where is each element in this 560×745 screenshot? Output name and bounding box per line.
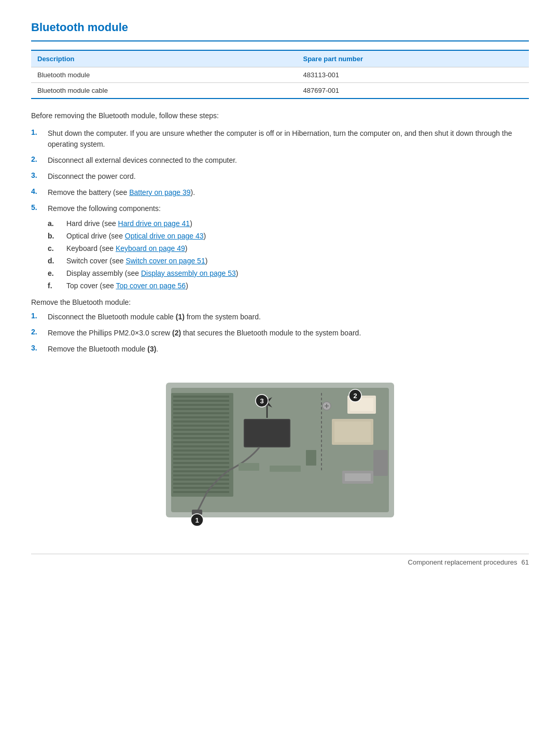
svg-rect-4 — [173, 400, 229, 402]
step-item: 2.Disconnect all external devices connec… — [31, 155, 529, 166]
step-text: Remove the Phillips PM2.0×3.0 screw (2) … — [48, 328, 361, 339]
sub-step-link[interactable]: Top cover on page 56 — [116, 282, 186, 290]
svg-rect-5 — [173, 404, 229, 406]
sub-step-label: b. — [48, 232, 66, 240]
svg-rect-48 — [239, 463, 259, 471]
sub-step-text: Hard drive (see Hard drive on page 41) — [66, 219, 192, 228]
sub-step-link[interactable]: Optical drive on page 43 — [125, 232, 204, 240]
step-bold-ref: (3) — [147, 345, 156, 353]
table-row: Bluetooth module 483113-001 — [31, 67, 529, 83]
sub-step-label: f. — [48, 282, 66, 290]
step-text: Remove the following components: — [48, 203, 161, 214]
step-number: 2. — [31, 328, 48, 336]
step-item: 3.Disconnect the power cord. — [31, 171, 529, 182]
step-number: 3. — [31, 344, 48, 352]
sub-step-item: f. Top cover (see Top cover on page 56) — [48, 282, 529, 290]
sub-step-item: d. Switch cover (see Switch cover on pag… — [48, 257, 529, 265]
sub-step-text: Optical drive (see Optical drive on page… — [66, 232, 206, 240]
svg-rect-23 — [173, 479, 229, 481]
svg-rect-38 — [345, 473, 371, 481]
sub-step-item: a. Hard drive (see Hard drive on page 41… — [48, 219, 529, 228]
col-part-number-header: Spare part number — [297, 50, 529, 67]
svg-rect-26 — [173, 491, 229, 493]
diagram-container: 1 2 3 — [31, 367, 529, 533]
svg-rect-10 — [173, 425, 229, 427]
parts-table: Description Spare part number Bluetooth … — [31, 50, 529, 99]
col-description-header: Description — [31, 50, 297, 67]
page-title: Bluetooth module — [31, 21, 529, 34]
svg-rect-16 — [173, 449, 229, 452]
step-bold-ref: (2) — [172, 329, 181, 337]
sub-step-text: Top cover (see Top cover on page 56) — [66, 282, 188, 290]
svg-rect-12 — [173, 433, 229, 435]
step-item: 4.Remove the battery (see Battery on pag… — [31, 187, 529, 198]
remove-step-item: 3.Remove the Bluetooth module (3). — [31, 344, 529, 355]
svg-rect-14 — [173, 441, 229, 443]
table-row: Bluetooth module cable 487697-001 — [31, 83, 529, 99]
svg-rect-36 — [334, 421, 371, 442]
step-text: Disconnect the power cord. — [48, 171, 136, 182]
svg-rect-6 — [173, 408, 229, 410]
svg-text:2: 2 — [353, 392, 357, 400]
svg-rect-25 — [173, 487, 229, 489]
sub-step-text: Display assembly (see Display assembly o… — [66, 269, 239, 277]
step-number: 1. — [31, 128, 48, 136]
remove-step-item: 2.Remove the Phillips PM2.0×3.0 screw (2… — [31, 328, 529, 339]
remove-heading: Remove the Bluetooth module: — [31, 298, 529, 306]
prereq-steps-list: 1.Shut down the computer. If you are uns… — [31, 128, 529, 214]
step-link[interactable]: Battery on page 39 — [129, 188, 190, 196]
svg-rect-20 — [173, 466, 229, 468]
sub-step-label: d. — [48, 257, 66, 265]
svg-rect-50 — [306, 450, 316, 466]
part-description: Bluetooth module — [31, 67, 297, 83]
part-number: 483113-001 — [297, 67, 529, 83]
sub-step-link[interactable]: Hard drive on page 41 — [118, 219, 190, 228]
svg-rect-9 — [173, 420, 229, 423]
sub-step-item: b. Optical drive (see Optical drive on p… — [48, 232, 529, 240]
step-text: Remove the Bluetooth module (3). — [48, 344, 158, 355]
step-text: Remove the battery (see Battery on page … — [48, 187, 195, 198]
sub-step-text: Keyboard (see Keyboard on page 49) — [66, 244, 188, 252]
footer-page: 61 — [522, 558, 529, 566]
svg-rect-51 — [373, 450, 388, 476]
svg-rect-8 — [173, 416, 229, 418]
sub-step-label: e. — [48, 269, 66, 277]
svg-rect-24 — [173, 483, 229, 485]
svg-rect-17 — [173, 454, 229, 456]
sub-step-item: c. Keyboard (see Keyboard on page 49) — [48, 244, 529, 252]
svg-rect-19 — [173, 462, 229, 464]
step-bold-ref: (1) — [176, 313, 185, 321]
footer-text: Component replacement procedures — [408, 558, 517, 566]
svg-rect-11 — [173, 429, 229, 431]
step-number: 3. — [31, 171, 48, 179]
step-text: Disconnect all external devices connecte… — [48, 155, 237, 166]
step-text: Shut down the computer. If you are unsur… — [48, 128, 529, 150]
title-divider — [31, 40, 529, 41]
part-number: 487697-001 — [297, 83, 529, 99]
step-number: 4. — [31, 187, 48, 195]
svg-rect-13 — [173, 437, 229, 439]
sub-step-link[interactable]: Switch cover on page 51 — [125, 257, 205, 265]
step-item: 5.Remove the following components: — [31, 203, 529, 214]
remove-step-item: 1.Disconnect the Bluetooth module cable … — [31, 312, 529, 322]
sub-step-link[interactable]: Display assembly on page 53 — [141, 269, 236, 277]
step-number: 2. — [31, 155, 48, 163]
svg-text:3: 3 — [260, 397, 263, 405]
bluetooth-diagram: 1 2 3 — [166, 367, 394, 533]
sub-step-item: e. Display assembly (see Display assembl… — [48, 269, 529, 277]
svg-rect-28 — [245, 420, 289, 446]
sub-step-link[interactable]: Keyboard on page 49 — [116, 244, 185, 252]
svg-rect-15 — [173, 445, 229, 447]
step-item: 1.Shut down the computer. If you are uns… — [31, 128, 529, 150]
step-text: Disconnect the Bluetooth module cable (1… — [48, 312, 261, 322]
step-number: 5. — [31, 203, 48, 212]
sub-step-label: a. — [48, 219, 66, 228]
svg-text:1: 1 — [195, 516, 199, 524]
sub-step-label: c. — [48, 244, 66, 252]
svg-rect-3 — [173, 396, 229, 398]
footer: Component replacement procedures 61 — [31, 554, 529, 566]
svg-rect-7 — [173, 412, 229, 414]
svg-rect-49 — [270, 466, 301, 472]
remove-steps-list: 1.Disconnect the Bluetooth module cable … — [31, 312, 529, 355]
svg-rect-18 — [173, 458, 229, 460]
